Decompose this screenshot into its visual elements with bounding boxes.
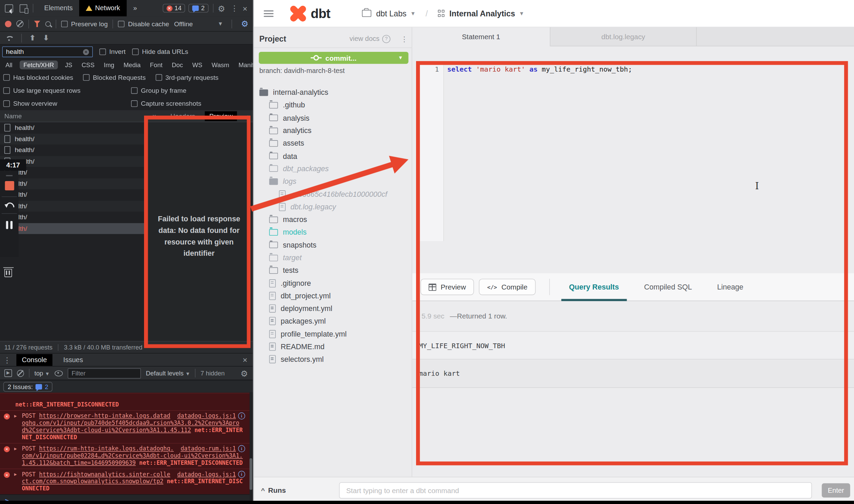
tree-item-target[interactable]: target	[254, 251, 412, 264]
clear-filter-icon[interactable]: ✕	[83, 49, 89, 55]
source-link[interactable]: datadog-logs.js:1	[177, 412, 236, 419]
request-row[interactable]: health/	[0, 122, 144, 133]
info-circle-icon[interactable]: i	[238, 445, 245, 452]
import-har-icon[interactable]: ⬆	[29, 34, 35, 42]
request-row[interactable]: alth/	[0, 223, 144, 234]
tab-network[interactable]: Network	[79, 0, 127, 16]
large-rows-checkbox[interactable]: Use large request rows	[3, 87, 81, 94]
tree-item-macros[interactable]: macros	[254, 213, 412, 226]
console-error-entry[interactable]: ✕▶datadog-rum.js:1iPOST https://rum-http…	[0, 443, 250, 469]
expand-icon[interactable]: ▶	[14, 445, 17, 452]
recorder-pause-icon[interactable]	[6, 221, 13, 229]
source-link[interactable]: datadog-rum.js:1	[181, 445, 236, 452]
commit-button[interactable]: commit... ▼	[259, 52, 408, 64]
runs-toggle[interactable]: ^Runs	[261, 486, 286, 494]
source-link[interactable]: datadog-logs.js:1	[177, 471, 236, 478]
preserve-log-checkbox[interactable]: Preserve log	[61, 20, 108, 27]
filter-chip-all[interactable]: All	[3, 61, 15, 70]
org-chevron-icon[interactable]: ▼	[410, 10, 416, 16]
console-close-icon[interactable]: ×	[243, 355, 247, 364]
tree-item-selectors-yml[interactable]: selectors.yml	[254, 353, 412, 366]
disable-cache-checkbox[interactable]: Disable cache	[118, 20, 169, 27]
tab-issues[interactable]: Issues	[58, 354, 88, 366]
throttling-select[interactable]: Offline	[174, 20, 193, 27]
tab-console[interactable]: Console	[16, 354, 52, 366]
tree-item-gitignore[interactable]: .gitignore	[254, 277, 412, 290]
group-by-frame-checkbox[interactable]: Group by frame	[131, 87, 186, 94]
request-row[interactable]: alth/	[0, 212, 144, 223]
devtools-close-icon[interactable]: ×	[243, 3, 247, 13]
help-icon[interactable]: ?	[382, 35, 390, 43]
dbt-logo[interactable]	[290, 5, 306, 21]
filter-chip-fetch-xhr[interactable]: Fetch/XHR	[19, 61, 58, 70]
org-selector[interactable]: dbt Labs	[376, 9, 407, 18]
more-tabs-chevron[interactable]: »	[127, 0, 144, 16]
recorder-stop-icon[interactable]	[5, 181, 14, 190]
expand-icon[interactable]: ▶	[14, 412, 17, 419]
recorder-minimize-icon[interactable]	[6, 175, 13, 176]
enter-button[interactable]: Enter	[822, 483, 850, 498]
recorder-delete-icon[interactable]	[4, 261, 12, 277]
invert-checkbox[interactable]: Invert	[99, 48, 126, 56]
device-toolbar-icon[interactable]	[20, 4, 27, 12]
context-select[interactable]: top ▼	[34, 370, 50, 376]
view-docs-link[interactable]: view docs?	[350, 35, 390, 43]
throttling-chevron-icon[interactable]: ▼	[218, 21, 223, 27]
console-error-entry[interactable]: ✕▶datadog-logs.js:1iPOST https://browser…	[0, 410, 250, 443]
error-url-link[interactable]: https://fishtownanalytics.sinter-collect…	[22, 471, 170, 485]
filter-chip-wasm[interactable]: Wasm	[210, 61, 231, 70]
console-clear-icon[interactable]	[17, 370, 24, 377]
console-scrollbar[interactable]	[250, 458, 252, 490]
editor-tab-statement-1[interactable]: Statement 1	[412, 27, 551, 46]
live-expression-icon[interactable]	[55, 370, 63, 376]
issues-pill[interactable]: 2 Issues: 2	[3, 382, 53, 391]
search-icon[interactable]	[45, 21, 51, 27]
console-sidebar-icon[interactable]: ▶	[4, 369, 12, 377]
capture-screenshots-checkbox[interactable]: Capture screenshots	[131, 100, 201, 107]
tree-item-models[interactable]: models	[254, 226, 412, 239]
request-row[interactable]: health/	[0, 133, 144, 145]
filter-funnel-icon[interactable]	[34, 20, 40, 27]
recorder-restart-icon[interactable]	[6, 202, 13, 207]
request-row[interactable]: alth/	[0, 189, 144, 201]
tree-item-assets[interactable]: assets	[254, 137, 412, 150]
log-levels-select[interactable]: Default levels ▼	[146, 370, 190, 376]
clear-icon[interactable]	[16, 20, 24, 27]
network-settings-gear-icon[interactable]: ⚙	[241, 20, 248, 28]
filter-chip-img[interactable]: Img	[102, 61, 116, 70]
third-party-checkbox[interactable]: 3rd-party requests	[156, 74, 219, 81]
filter-chip-media[interactable]: Media	[122, 61, 143, 70]
tree-item-readme-md[interactable]: README.md	[254, 340, 412, 353]
filter-chip-css[interactable]: CSS	[80, 61, 97, 70]
has-blocked-cookies-checkbox[interactable]: Has blocked cookies	[3, 74, 73, 81]
expand-icon[interactable]: ▶	[14, 471, 17, 478]
settings-gear-icon[interactable]: ⚙	[218, 4, 225, 12]
project-chevron-icon[interactable]: ▼	[519, 10, 524, 16]
devtools-menu-icon[interactable]: ⋮	[230, 4, 238, 13]
filter-chip-ws[interactable]: WS	[190, 61, 204, 70]
info-circle-icon[interactable]: i	[238, 412, 245, 419]
tree-item-packages-yml[interactable]: packages.yml	[254, 315, 412, 328]
tree-item-profile-template-yml[interactable]: profile_template.yml	[254, 328, 412, 340]
tree-item-dbt-project-yml[interactable]: dbt_project.yml	[254, 290, 412, 302]
sidebar-menu-icon[interactable]: ⋮	[401, 35, 408, 43]
request-row[interactable]: health/	[0, 145, 144, 156]
show-overview-checkbox[interactable]: Show overview	[3, 100, 57, 107]
hide-data-urls-checkbox[interactable]: Hide data URLs	[132, 48, 188, 56]
inspect-element-icon[interactable]	[5, 4, 13, 12]
request-row[interactable]: alth/	[0, 201, 144, 212]
network-conditions-icon[interactable]	[5, 35, 14, 41]
commit-chevron-icon[interactable]: ▼	[398, 55, 403, 61]
tree-item-internal-analytics[interactable]: internal-analytics	[254, 86, 412, 99]
tree-item-tests[interactable]: tests	[254, 264, 412, 277]
record-icon[interactable]	[5, 20, 11, 27]
blocked-requests-checkbox[interactable]: Blocked Requests	[83, 74, 146, 81]
console-filter-input[interactable]: Filter	[68, 368, 141, 378]
console-menu-icon[interactable]: ⋮	[3, 355, 11, 364]
filter-chip-font[interactable]: Font	[148, 61, 165, 70]
project-selector[interactable]: Internal Analytics	[450, 9, 515, 18]
error-count-badge[interactable]: ✕14	[162, 4, 185, 13]
request-row[interactable]: alth/	[0, 178, 144, 189]
tree-item-snapshots[interactable]: snapshots	[254, 239, 412, 251]
filter-chip-js[interactable]: JS	[63, 61, 74, 70]
